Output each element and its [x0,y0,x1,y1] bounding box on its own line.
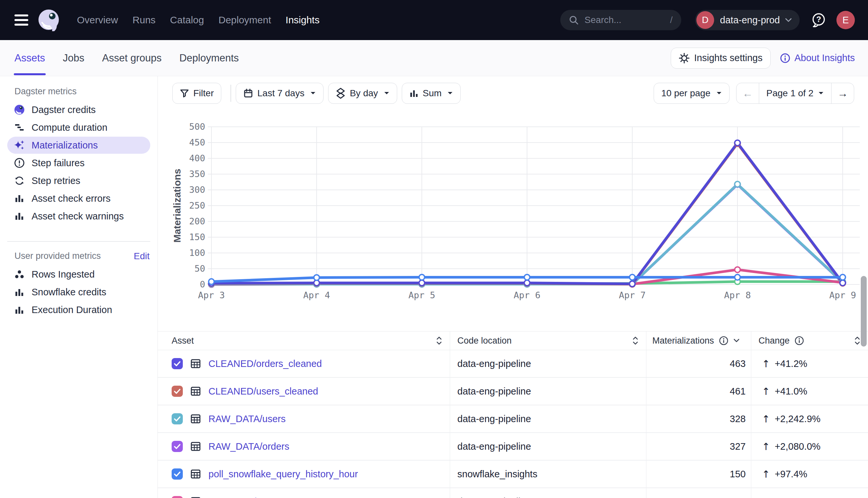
date-range-button[interactable]: Last 7 days [236,83,323,104]
chevron-down-icon[interactable] [733,338,740,343]
search-shortcut-hint: / [670,15,673,25]
chevron-down-icon [784,17,792,23]
group-by-button[interactable]: By day [328,83,397,104]
scrollbar-thumb[interactable] [861,276,867,346]
table-icon [190,358,201,369]
sidebar-item-compute-duration[interactable]: Compute duration [7,119,150,136]
tab-asset-groups[interactable]: Asset groups [102,40,162,76]
asset-link[interactable]: CLEANED/… [208,496,266,498]
column-header-code-location[interactable]: Code location [450,331,647,350]
tab-jobs[interactable]: Jobs [63,40,84,76]
column-label: Materializations [652,336,714,346]
change-value: +41.2% [775,358,807,369]
table-scrollbar[interactable] [861,274,867,422]
sidebar-item-label: Asset check warnings [31,211,124,222]
previous-page-button[interactable]: ← [737,83,759,104]
asset-link[interactable]: CLEANED/users_cleaned [208,386,318,397]
asset-link[interactable]: RAW_DATA/orders [208,441,289,452]
main-content: Filter Last 7 days By day [158,76,868,498]
filter-label: Filter [193,88,214,99]
change-value: +2,242.9% [775,414,820,424]
series-checkbox[interactable] [171,358,183,369]
user-avatar[interactable]: E [837,11,855,29]
search-input[interactable]: Search... / [560,10,681,30]
series-checkbox[interactable] [171,469,183,480]
menu-icon[interactable] [14,14,28,26]
code-location-cell: data-eng-pipeline [450,433,647,460]
nav-item-catalog[interactable]: Catalog [170,14,204,26]
workspace-switcher[interactable]: D data-eng-prod [695,10,800,30]
header-label-group: Materializations [652,336,740,346]
change-cell: ↑+97.4% [751,461,868,487]
per-page-dropdown[interactable]: 10 per page [654,83,729,104]
asset-link[interactable]: CLEANED/orders_cleaned [208,358,322,369]
sidebar-item-asset-check-errors[interactable]: Asset check errors [7,190,150,207]
asset-link[interactable]: RAW_DATA/users [208,414,286,424]
dagster-logo-icon[interactable] [38,9,60,31]
sidebar-item-step-retries[interactable]: Step retries [7,172,150,189]
series-checkbox[interactable] [171,413,183,424]
tab-deployments[interactable]: Deployments [179,40,239,76]
sidebar-item-label: Compute duration [31,122,107,133]
date-range-label: Last 7 days [257,88,305,99]
series-checkbox[interactable] [171,441,183,452]
sort-icon[interactable] [436,336,442,345]
gear-icon [679,53,689,63]
sidebar-item-rows-ingested[interactable]: Rows Ingested [7,266,150,283]
aggregation-button[interactable]: Sum [402,83,461,104]
column-header-asset[interactable]: Asset [158,331,450,350]
header-label-group: Code location [457,336,512,346]
chevron-down-icon [384,91,390,95]
nav-item-overview[interactable]: Overview [77,14,118,26]
filter-button[interactable]: Filter [172,83,221,104]
chevron-down-icon [310,91,316,95]
nav-item-insights[interactable]: Insights [286,14,320,26]
filter-icon [180,89,189,98]
info-icon [780,53,790,63]
series-checkbox[interactable] [171,496,183,498]
pager: ← Page 1 of 2 → [736,83,854,104]
info-icon[interactable] [794,336,804,345]
next-page-button[interactable]: → [831,83,854,104]
help-icon[interactable]: ? [810,12,827,29]
sidebar-item-asset-check-warnings[interactable]: Asset check warnings [7,208,150,225]
bar-chart-icon [14,193,25,204]
series-checkbox[interactable] [171,386,183,397]
page-label: Page 1 of 2 [766,88,814,99]
column-header-change[interactable]: Change [751,331,868,350]
sidebar-item-execution-duration[interactable]: Execution Duration [7,302,150,319]
page-selector[interactable]: Page 1 of 2 [759,83,831,104]
materializations-cell: 150 [647,461,751,487]
section-title-label: Dagster metrics [14,87,77,96]
info-icon[interactable] [719,336,729,345]
table-row: RAW_DATA/ordersdata-eng-pipeline327↑+2,0… [158,433,868,461]
asset-link[interactable]: poll_snowflake_query_history_hour [208,469,358,480]
asset-cell: CLEANED/users_cleaned [158,378,450,405]
edit-metrics-link[interactable]: Edit [134,251,150,261]
insights-settings-button[interactable]: Insights settings [671,48,771,69]
arrow-up-icon: ↑ [762,358,770,369]
nav-item-runs[interactable]: Runs [132,14,155,26]
dagster-insights-app: OverviewRunsCatalogDeploymentInsights Se… [0,0,868,498]
sidebar-item-dagster-credits[interactable]: Dagster credits [7,101,150,118]
dots-icon [14,269,25,280]
column-header-materializations[interactable]: Materializations [647,331,751,350]
code-location-cell: data-eng-pipeline [450,488,647,498]
top-navigation-bar: OverviewRunsCatalogDeploymentInsights Se… [0,0,868,40]
code-location-cell: data-eng-pipeline [450,350,647,377]
change-value: +41.0% [775,386,807,397]
sidebar-section-title: Dagster metrics [0,84,157,99]
table-header-row: AssetCode locationMaterializationsChange [158,331,868,350]
sort-icon[interactable] [633,336,638,345]
tab-assets[interactable]: Assets [14,40,45,76]
sidebar-item-materializations[interactable]: Materializations [7,137,150,154]
sidebar-item-step-failures[interactable]: Step failures [7,154,150,171]
sort-icon[interactable] [855,336,860,345]
nav-item-deployment[interactable]: Deployment [218,14,271,26]
table-row: RAW_DATA/usersdata-eng-pipeline328↑+2,24… [158,405,868,433]
about-insights-link[interactable]: About Insights [780,53,855,63]
table-row: poll_snowflake_query_history_hoursnowfla… [158,461,868,488]
column-label: Change [758,336,790,346]
change-cell: ↑+41.0% [751,378,868,405]
sidebar-item-snowflake-credits[interactable]: Snowflake credits [7,284,150,301]
